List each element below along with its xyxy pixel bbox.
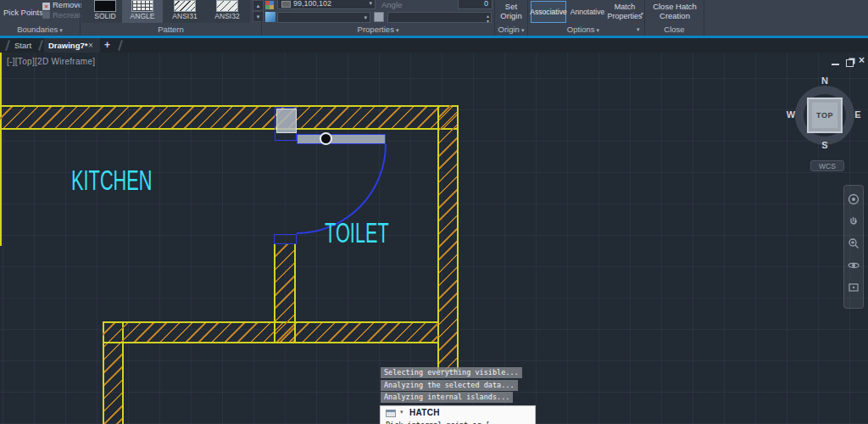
- origin-panel-label-text: Origin: [498, 25, 520, 34]
- ansi32-pattern-icon: [216, 0, 238, 12]
- origin-panel-label[interactable]: Origin▾: [495, 25, 527, 36]
- annotative-toggle-button[interactable]: Annotative: [569, 1, 606, 23]
- hatch-angle-value: 0: [484, 0, 488, 8]
- associative-toggle-button[interactable]: Associative: [531, 1, 566, 23]
- spinner-down-icon[interactable]: ▾: [487, 19, 489, 24]
- caret-down-icon[interactable]: ▾: [641, 10, 643, 16]
- restore-window-icon[interactable]: [846, 59, 854, 67]
- tab-drawing7[interactable]: Drawing7*: [48, 41, 87, 50]
- boundaries-panel-label[interactable]: Boundaries▾: [0, 25, 80, 36]
- pan-hand-icon[interactable]: [848, 215, 860, 227]
- viewcube-south[interactable]: S: [812, 140, 837, 150]
- drawing-canvas[interactable]: [-][Top][2D Wireframe] × KITCHEN TOILET …: [0, 53, 868, 424]
- viewcube-west[interactable]: W: [783, 109, 798, 120]
- options-panel-label[interactable]: Options▾: [528, 25, 638, 36]
- match-properties-button[interactable]: Match Properties: [608, 1, 642, 23]
- wall-bottom[interactable]: [103, 321, 438, 343]
- properties-panel-label[interactable]: Properties▾: [262, 25, 494, 36]
- orbit-icon[interactable]: [848, 259, 860, 271]
- viewcube-north[interactable]: N: [812, 75, 837, 86]
- caret-down-icon: ▾: [59, 27, 63, 33]
- command-history-message: Analyzing internal islands...: [381, 392, 513, 403]
- options-panel-label-text: Options: [567, 25, 595, 34]
- close-window-icon[interactable]: ×: [859, 54, 865, 66]
- file-tab-bar: Start Drawing7* × +: [0, 38, 868, 53]
- tab-divider: [38, 40, 43, 51]
- tab-start[interactable]: Start: [14, 41, 31, 50]
- boundaries-panel-label-text: Boundaries: [17, 25, 58, 34]
- toilet-room-label[interactable]: TOILET: [325, 219, 389, 247]
- hatch-color-dropdown[interactable]: 99,100,102 ▾: [277, 0, 376, 9]
- background-color-icon: [265, 12, 275, 22]
- pick-points-button[interactable]: Pick Points: [3, 8, 43, 17]
- swatch-label: ANSI31: [164, 12, 205, 20]
- swatch-label: ANGLE: [122, 12, 163, 20]
- pattern-swatch-solid[interactable]: SOLID: [85, 0, 125, 23]
- crosshair-cursor: [320, 132, 332, 145]
- door-jamb-top-highlight: [276, 109, 297, 133]
- remove-label: Remove: [53, 0, 82, 9]
- remove-icon: ×: [42, 3, 50, 10]
- panel-divider: [704, 0, 704, 36]
- solid-pattern-icon: [94, 0, 116, 12]
- set-origin-button[interactable]: Set Origin: [495, 2, 527, 20]
- angle-field-label: Angle: [381, 0, 402, 9]
- recreate-boundary-button[interactable]: Recreate: [42, 10, 86, 20]
- gallery-scroll-down-button[interactable]: ▾: [253, 11, 264, 22]
- hatch-color-value: 99,100,102: [293, 0, 331, 8]
- command-history-message: Selecting everything visible...: [381, 367, 522, 378]
- angle-pattern-icon: [131, 0, 153, 12]
- wall-right[interactable]: [437, 105, 459, 371]
- door-jamb-bottom[interactable]: [274, 234, 297, 244]
- command-customize-icon[interactable]: [386, 410, 396, 417]
- remove-boundaries-button[interactable]: ×Remove: [42, 0, 82, 10]
- swatch-label: SOLID: [85, 12, 125, 20]
- tab-close-icon[interactable]: ×: [88, 41, 93, 50]
- door-leaf[interactable]: [297, 134, 386, 144]
- new-tab-button[interactable]: +: [104, 39, 110, 51]
- caret-down-icon: ▾: [597, 27, 600, 33]
- wall-top[interactable]: [0, 105, 459, 130]
- pattern-swatch-angle[interactable]: ANGLE: [122, 0, 163, 23]
- gallery-scroll-up-button[interactable]: ▴: [253, 0, 264, 11]
- steering-wheel-icon[interactable]: [848, 193, 860, 205]
- tab-divider: [118, 40, 123, 51]
- wall-toilet-partition[interactable]: [274, 244, 296, 342]
- toilet-wall-line[interactable]: [0, 53, 2, 246]
- caret-down-icon: ▾: [364, 14, 367, 21]
- hatch-transparency-input[interactable]: ▴ ▾: [387, 12, 492, 23]
- background-color-dropdown[interactable]: ▾: [277, 12, 370, 23]
- caret-down-icon: ▾: [396, 27, 399, 33]
- caret-down-icon[interactable]: ▾: [400, 409, 403, 416]
- command-line-input[interactable]: ▾ HATCH Pick internal point or [: [380, 405, 536, 424]
- navigation-bar: [843, 185, 864, 309]
- command-history-message: Analyzing the selected data...: [381, 380, 518, 391]
- wcs-dropdown[interactable]: WCS: [810, 160, 844, 171]
- ansi31-pattern-icon: [174, 0, 196, 12]
- pattern-swatch-ansi32[interactable]: ANSI32: [207, 0, 248, 23]
- viewcube-top-face[interactable]: TOP: [807, 98, 843, 133]
- viewcube-east[interactable]: E: [850, 109, 865, 120]
- command-prompt-text: Pick internal point or [: [386, 421, 490, 424]
- viewport-controls[interactable]: [-][Top][2D Wireframe]: [7, 57, 95, 66]
- caret-down-icon: ▾: [369, 0, 372, 7]
- minimize-icon[interactable]: [832, 64, 839, 65]
- caret-down-icon: ▾: [521, 27, 525, 33]
- properties-panel-label-text: Properties: [358, 25, 394, 34]
- pattern-swatch-ansi31[interactable]: ANSI31: [164, 0, 205, 23]
- kitchen-room-label[interactable]: KITCHEN: [71, 166, 153, 194]
- active-command-name: HATCH: [409, 408, 440, 417]
- hatch-angle-input[interactable]: 0: [458, 0, 492, 9]
- pattern-panel-label[interactable]: Pattern: [81, 25, 261, 36]
- recreate-icon: [42, 11, 50, 19]
- hatch-pattern-gallery: SOLID ANGLE ANSI31 ANSI32: [81, 0, 250, 23]
- hatch-color-icon: [265, 1, 270, 5]
- hatch-creation-ribbon: Pick Points ×Remove Recreate Boundaries▾…: [0, 0, 868, 36]
- transparency-icon: [374, 12, 384, 22]
- color-swatch-icon: [281, 1, 291, 8]
- zoom-icon[interactable]: [848, 237, 860, 249]
- show-motion-icon[interactable]: [848, 282, 860, 293]
- tab-divider: [5, 40, 10, 51]
- close-panel-label: Close: [645, 25, 704, 36]
- close-hatch-creation-button[interactable]: Close Hatch Creation: [647, 2, 703, 20]
